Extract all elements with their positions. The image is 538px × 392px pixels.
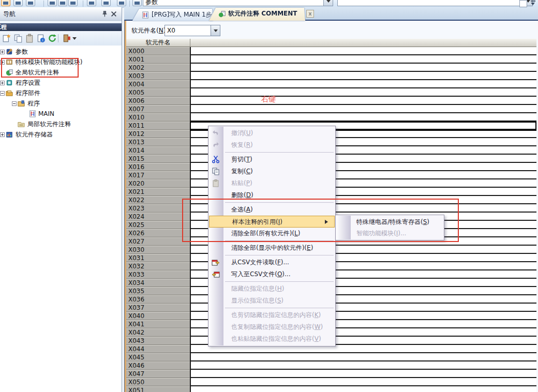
sidebar-item-parameter[interactable]: 参数	[0, 47, 122, 57]
comment-cell[interactable]	[190, 361, 536, 370]
device-name-cell[interactable]: X034	[126, 279, 190, 287]
device-name-cell[interactable]: X027	[126, 237, 190, 246]
menu-item[interactable]: 写入至CSV文件(O)...	[208, 268, 335, 280]
comment-cell[interactable]	[190, 378, 536, 386]
device-name-cell[interactable]: X012	[126, 130, 190, 138]
menu-item[interactable]: 剪切(T)	[208, 154, 335, 165]
device-name-cell[interactable]: X051	[126, 386, 190, 392]
device-name-cell[interactable]: X006	[126, 97, 190, 105]
device-name-cell[interactable]: X033	[126, 270, 190, 279]
device-name-cell[interactable]: X021	[126, 188, 190, 196]
device-name-cell[interactable]: X046	[126, 361, 190, 370]
close-icon[interactable]	[110, 10, 117, 18]
pin-icon[interactable]	[101, 10, 108, 18]
new-data-icon[interactable]	[2, 34, 11, 43]
device-name-cell[interactable]: X025	[126, 221, 190, 229]
device-name-cell[interactable]: X017	[126, 171, 190, 179]
device-name-cell[interactable]: X016	[126, 163, 190, 171]
device-name-cell[interactable]: X020	[126, 179, 190, 188]
device-name-cell[interactable]: X007	[126, 105, 190, 113]
combo-dropdown-button[interactable]	[323, 0, 333, 6]
device-name-combo[interactable]: X0	[165, 25, 220, 36]
menu-item[interactable]: 复制(C)	[208, 165, 335, 177]
comment-cell[interactable]	[190, 353, 536, 361]
device-name-cell[interactable]: X041	[126, 320, 190, 328]
device-name-cell[interactable]: X004	[126, 80, 190, 88]
toolbar-fragment[interactable]	[26, 0, 35, 6]
combo-dropdown-button[interactable]	[211, 25, 220, 36]
device-name-cell[interactable]: X010	[126, 113, 190, 122]
comment-cell[interactable]	[190, 97, 536, 105]
toolbar-fragment[interactable]	[13, 0, 23, 6]
comment-cell[interactable]	[190, 370, 536, 378]
menu-item[interactable]: 清除全部(显示中的软元件)(E)	[208, 242, 335, 254]
comment-cell[interactable]	[190, 105, 536, 113]
comment-cell[interactable]	[190, 72, 536, 80]
device-name-cell[interactable]: X036	[126, 295, 190, 304]
toolbar-fragment[interactable]	[117, 0, 126, 6]
sidebar-item-ladder-program[interactable]: MAIN	[0, 109, 122, 119]
device-name-cell[interactable]: X050	[126, 378, 190, 386]
paste-data-icon[interactable]	[25, 34, 34, 43]
toolbar-overflow-icon[interactable]	[531, 1, 536, 7]
device-name-cell[interactable]: X005	[126, 88, 190, 97]
device-name-cell[interactable]: X023	[126, 204, 190, 213]
device-name-cell[interactable]: X002	[126, 64, 190, 72]
comment-cell[interactable]	[190, 47, 536, 55]
data-property-icon[interactable]: i	[36, 34, 46, 43]
device-name-cell[interactable]: X001	[126, 55, 190, 64]
tab-device-comment[interactable]: 软元件注释 COMMENT	[209, 8, 305, 21]
device-name-cell[interactable]: X022	[126, 196, 190, 204]
menu-item[interactable]: 从CSV文件读取(F)...	[208, 257, 335, 268]
device-name-cell[interactable]: X042	[126, 328, 190, 337]
device-name-cell[interactable]: X024	[126, 213, 190, 221]
comment-cell[interactable]	[190, 113, 536, 122]
sidebar-item-pou[interactable]: 程序部件	[0, 88, 122, 98]
toolbar-fragment-selected[interactable]	[1, 0, 10, 6]
device-name-cell[interactable]: X043	[126, 337, 190, 345]
device-name-cell[interactable]: X030	[126, 246, 190, 254]
collapse-icon[interactable]	[12, 101, 17, 106]
toolbar-combo-parameter[interactable]: 参数	[143, 0, 333, 6]
refresh-icon[interactable]	[48, 34, 57, 43]
device-name-cell[interactable]: X045	[126, 353, 190, 361]
device-name-cell[interactable]: X013	[126, 138, 190, 146]
expand-icon[interactable]	[0, 132, 5, 137]
expand-icon[interactable]	[0, 81, 5, 85]
device-name-cell[interactable]: X044	[126, 345, 190, 353]
collapse-icon[interactable]	[0, 91, 5, 96]
device-name-cell[interactable]: X035	[126, 287, 190, 295]
sidebar-item-local-comment[interactable]: 局部软元件注释	[0, 119, 122, 129]
expand-icon[interactable]	[0, 50, 5, 54]
new-window-icon[interactable]	[519, 0, 527, 7]
sidebar-item-program-folder[interactable]: 程序	[0, 98, 122, 109]
device-name-cell[interactable]: X032	[126, 262, 190, 270]
tab-close-icon[interactable]: x	[306, 10, 314, 18]
device-name-cell[interactable]: X031	[126, 254, 190, 262]
device-name-cell[interactable]: X011	[126, 122, 190, 130]
comment-cell[interactable]	[190, 88, 536, 97]
comment-cell[interactable]	[190, 55, 536, 64]
device-name-cell[interactable]: X015	[126, 155, 190, 163]
toolbar-fragment[interactable]	[58, 0, 67, 6]
device-name-cell[interactable]: X000	[126, 47, 190, 55]
comment-cell[interactable]	[190, 64, 536, 72]
comment-cell[interactable]	[190, 386, 536, 392]
comment-cell[interactable]	[190, 80, 536, 88]
chevron-down-icon[interactable]	[72, 34, 76, 43]
device-name-cell[interactable]: X047	[126, 370, 190, 378]
toolbar-fragment[interactable]	[68, 0, 78, 6]
copy-data-icon[interactable]	[13, 34, 23, 43]
sidebar-item-program-setting[interactable]: 程序设置	[0, 78, 122, 88]
device-name-cell[interactable]: X014	[126, 146, 190, 155]
tab-program-main[interactable]: [PRG]写入 MAIN 1步	[132, 9, 213, 21]
toolbar-fragment[interactable]	[132, 0, 142, 6]
device-name-cell[interactable]: X026	[126, 229, 190, 237]
toolbar-combo-secondary[interactable]	[337, 0, 533, 6]
sidebar-item-device-memory[interactable]: 软元件存储器	[0, 129, 122, 140]
device-name-cell[interactable]: X003	[126, 72, 190, 80]
toolbar-fragment[interactable]	[101, 0, 111, 6]
sort-icon[interactable]	[62, 34, 71, 43]
toolbar-fragment[interactable]	[87, 0, 96, 6]
toolbar-fragment[interactable]	[48, 0, 57, 6]
